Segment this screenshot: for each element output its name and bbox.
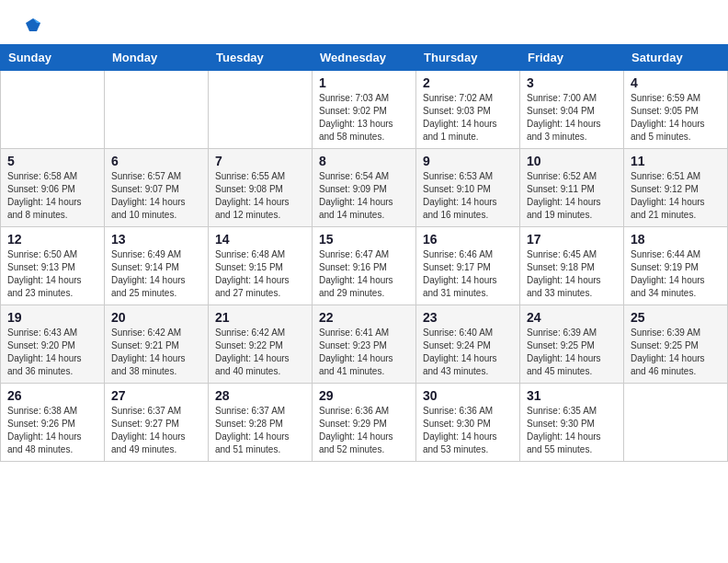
- day-number: 29: [319, 388, 409, 403]
- day-info: Sunrise: 6:49 AMSunset: 9:14 PMDaylight:…: [111, 248, 201, 300]
- day-number: 12: [7, 232, 97, 247]
- day-info: Sunrise: 6:44 AMSunset: 9:19 PMDaylight:…: [631, 248, 721, 300]
- day-number: 4: [631, 75, 721, 90]
- calendar-cell: [1, 71, 105, 149]
- calendar-table: SundayMondayTuesdayWednesdayThursdayFrid…: [0, 44, 728, 462]
- day-number: 27: [111, 388, 201, 403]
- day-info: Sunrise: 6:57 AMSunset: 9:07 PMDaylight:…: [111, 170, 201, 222]
- logo: [22, 17, 42, 35]
- calendar-cell: 4Sunrise: 6:59 AMSunset: 9:05 PMDaylight…: [624, 71, 728, 149]
- day-number: 15: [319, 232, 409, 247]
- calendar-cell: 18Sunrise: 6:44 AMSunset: 9:19 PMDayligh…: [624, 227, 728, 305]
- day-number: 21: [215, 310, 305, 325]
- calendar-cell: 13Sunrise: 6:49 AMSunset: 9:14 PMDayligh…: [105, 227, 209, 305]
- calendar-cell: 31Sunrise: 6:35 AMSunset: 9:30 PMDayligh…: [520, 384, 624, 462]
- calendar-cell: [209, 71, 313, 149]
- day-number: 31: [527, 388, 617, 403]
- day-info: Sunrise: 7:03 AMSunset: 9:02 PMDaylight:…: [319, 92, 409, 144]
- day-number: 28: [215, 388, 305, 403]
- day-info: Sunrise: 6:38 AMSunset: 9:26 PMDaylight:…: [7, 405, 97, 456]
- day-info: Sunrise: 6:46 AMSunset: 9:17 PMDaylight:…: [423, 248, 513, 300]
- calendar-cell: 26Sunrise: 6:38 AMSunset: 9:26 PMDayligh…: [1, 384, 105, 462]
- day-info: Sunrise: 6:35 AMSunset: 9:30 PMDaylight:…: [527, 405, 617, 456]
- calendar-header-sunday: Sunday: [1, 45, 105, 71]
- day-info: Sunrise: 6:43 AMSunset: 9:20 PMDaylight:…: [7, 327, 97, 378]
- calendar-week-2: 5Sunrise: 6:58 AMSunset: 9:06 PMDaylight…: [1, 149, 728, 227]
- day-info: Sunrise: 6:39 AMSunset: 9:25 PMDaylight:…: [631, 327, 721, 378]
- calendar-cell: 21Sunrise: 6:42 AMSunset: 9:22 PMDayligh…: [209, 305, 313, 384]
- day-info: Sunrise: 6:54 AMSunset: 9:09 PMDaylight:…: [319, 170, 409, 222]
- day-number: 16: [423, 232, 513, 247]
- day-number: 2: [423, 75, 513, 90]
- day-number: 13: [111, 232, 201, 247]
- calendar-cell: 28Sunrise: 6:37 AMSunset: 9:28 PMDayligh…: [209, 384, 313, 462]
- day-info: Sunrise: 6:40 AMSunset: 9:24 PMDaylight:…: [423, 327, 513, 378]
- calendar-header-thursday: Thursday: [416, 45, 520, 71]
- day-info: Sunrise: 6:58 AMSunset: 9:06 PMDaylight:…: [7, 170, 97, 222]
- calendar-cell: 24Sunrise: 6:39 AMSunset: 9:25 PMDayligh…: [520, 305, 624, 384]
- day-number: 22: [319, 310, 409, 325]
- day-info: Sunrise: 6:36 AMSunset: 9:29 PMDaylight:…: [319, 405, 409, 456]
- day-number: 20: [111, 310, 201, 325]
- day-number: 3: [527, 75, 617, 90]
- day-info: Sunrise: 6:52 AMSunset: 9:11 PMDaylight:…: [527, 170, 617, 222]
- day-number: 17: [527, 232, 617, 247]
- calendar-cell: [105, 71, 209, 149]
- day-number: 23: [423, 310, 513, 325]
- calendar-cell: 1Sunrise: 7:03 AMSunset: 9:02 PMDaylight…: [313, 71, 416, 149]
- calendar-cell: 7Sunrise: 6:55 AMSunset: 9:08 PMDaylight…: [209, 149, 313, 227]
- day-info: Sunrise: 6:37 AMSunset: 9:27 PMDaylight:…: [111, 405, 201, 456]
- day-number: 25: [631, 310, 721, 325]
- calendar-cell: 30Sunrise: 6:36 AMSunset: 9:30 PMDayligh…: [416, 384, 520, 462]
- day-number: 1: [319, 75, 409, 90]
- day-number: 14: [215, 232, 305, 247]
- day-info: Sunrise: 6:36 AMSunset: 9:30 PMDaylight:…: [423, 405, 513, 456]
- calendar-cell: 27Sunrise: 6:37 AMSunset: 9:27 PMDayligh…: [105, 384, 209, 462]
- calendar-header-friday: Friday: [520, 45, 624, 71]
- day-info: Sunrise: 6:53 AMSunset: 9:10 PMDaylight:…: [423, 170, 513, 222]
- day-number: 7: [215, 154, 305, 168]
- calendar-cell: 29Sunrise: 6:36 AMSunset: 9:29 PMDayligh…: [313, 384, 416, 462]
- day-info: Sunrise: 6:42 AMSunset: 9:22 PMDaylight:…: [215, 327, 305, 378]
- day-number: 18: [631, 232, 721, 247]
- calendar-header-saturday: Saturday: [624, 45, 728, 71]
- calendar-header-tuesday: Tuesday: [209, 45, 313, 71]
- calendar-week-1: 1Sunrise: 7:03 AMSunset: 9:02 PMDaylight…: [1, 71, 728, 149]
- svg-marker-0: [26, 18, 40, 31]
- day-number: 9: [423, 154, 513, 168]
- day-info: Sunrise: 6:37 AMSunset: 9:28 PMDaylight:…: [215, 405, 305, 456]
- calendar-cell: 12Sunrise: 6:50 AMSunset: 9:13 PMDayligh…: [1, 227, 105, 305]
- calendar-header-wednesday: Wednesday: [313, 45, 416, 71]
- calendar-cell: 22Sunrise: 6:41 AMSunset: 9:23 PMDayligh…: [313, 305, 416, 384]
- day-number: 24: [527, 310, 617, 325]
- day-number: 11: [631, 154, 721, 168]
- calendar-cell: 20Sunrise: 6:42 AMSunset: 9:21 PMDayligh…: [105, 305, 209, 384]
- calendar-cell: 9Sunrise: 6:53 AMSunset: 9:10 PMDaylight…: [416, 149, 520, 227]
- day-number: 6: [111, 154, 201, 168]
- calendar-cell: 19Sunrise: 6:43 AMSunset: 9:20 PMDayligh…: [1, 305, 105, 384]
- day-info: Sunrise: 6:48 AMSunset: 9:15 PMDaylight:…: [215, 248, 305, 300]
- calendar-week-5: 26Sunrise: 6:38 AMSunset: 9:26 PMDayligh…: [1, 384, 728, 462]
- calendar-header-monday: Monday: [105, 45, 209, 71]
- day-number: 5: [7, 154, 97, 168]
- calendar-cell: 16Sunrise: 6:46 AMSunset: 9:17 PMDayligh…: [416, 227, 520, 305]
- calendar-cell: 17Sunrise: 6:45 AMSunset: 9:18 PMDayligh…: [520, 227, 624, 305]
- day-info: Sunrise: 7:00 AMSunset: 9:04 PMDaylight:…: [527, 92, 617, 144]
- calendar-week-3: 12Sunrise: 6:50 AMSunset: 9:13 PMDayligh…: [1, 227, 728, 305]
- calendar-week-4: 19Sunrise: 6:43 AMSunset: 9:20 PMDayligh…: [1, 305, 728, 384]
- calendar-header-row: SundayMondayTuesdayWednesdayThursdayFrid…: [1, 45, 728, 71]
- day-number: 10: [527, 154, 617, 168]
- day-info: Sunrise: 7:02 AMSunset: 9:03 PMDaylight:…: [423, 92, 513, 144]
- day-number: 30: [423, 388, 513, 403]
- calendar-cell: 14Sunrise: 6:48 AMSunset: 9:15 PMDayligh…: [209, 227, 313, 305]
- calendar-cell: 6Sunrise: 6:57 AMSunset: 9:07 PMDaylight…: [105, 149, 209, 227]
- calendar-cell: 23Sunrise: 6:40 AMSunset: 9:24 PMDayligh…: [416, 305, 520, 384]
- calendar-cell: [624, 384, 728, 462]
- day-info: Sunrise: 6:59 AMSunset: 9:05 PMDaylight:…: [631, 92, 721, 144]
- day-info: Sunrise: 6:55 AMSunset: 9:08 PMDaylight:…: [215, 170, 305, 222]
- calendar-cell: 5Sunrise: 6:58 AMSunset: 9:06 PMDaylight…: [1, 149, 105, 227]
- day-number: 8: [319, 154, 409, 168]
- calendar-cell: 11Sunrise: 6:51 AMSunset: 9:12 PMDayligh…: [624, 149, 728, 227]
- calendar-cell: 15Sunrise: 6:47 AMSunset: 9:16 PMDayligh…: [313, 227, 416, 305]
- day-info: Sunrise: 6:41 AMSunset: 9:23 PMDaylight:…: [319, 327, 409, 378]
